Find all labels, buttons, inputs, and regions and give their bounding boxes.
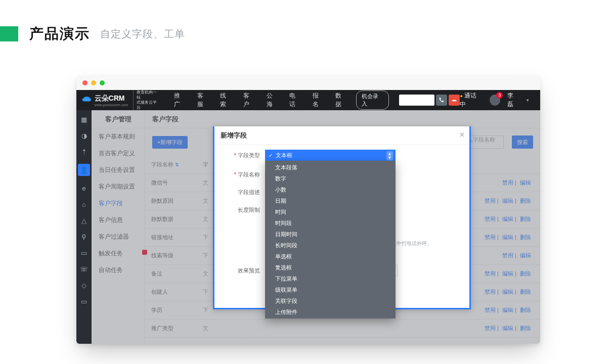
modal-form: 字段类型 ✓ 文本框 ▲▼ 文本段落数字小数日期时间时间段日期时间长时间段单选框… xyxy=(214,145,469,289)
dropdown-option[interactable]: 文本段落 xyxy=(265,162,396,173)
close-icon[interactable]: × xyxy=(460,130,464,140)
call-hangup-icon[interactable] xyxy=(449,95,460,106)
dropdown-option[interactable]: 日期 xyxy=(265,195,396,206)
label-field-type: 字段类型 xyxy=(227,150,265,159)
slide-header: 产品演示 自定义字段、工单 xyxy=(0,24,185,43)
modal-title: 新增字段 × xyxy=(214,126,469,145)
nav-data[interactable]: 数据 xyxy=(331,88,352,112)
window-min-dot[interactable] xyxy=(91,80,96,85)
global-search-input[interactable] xyxy=(399,95,434,106)
dropdown-option[interactable]: 长时间段 xyxy=(265,240,396,251)
rail-shield-icon[interactable]: ◑ xyxy=(80,131,88,140)
nav-service[interactable]: 客服 xyxy=(193,88,214,112)
rail-headset-icon[interactable]: ☏ xyxy=(80,265,88,273)
cloud-icon xyxy=(81,96,92,104)
field-type-dropdown: 文本段落数字小数日期时间时间段日期时间长时间段单选框复选框下拉菜单级联菜单关联字… xyxy=(265,161,396,318)
brand-tagline: 教育机构一站 式服务云平台 xyxy=(133,90,160,110)
check-icon: ✓ xyxy=(269,153,273,158)
slide-title: 产品演示 xyxy=(29,24,90,43)
top-nav: 推广 客服 线索 客户 公海 电话 报名 数据 xyxy=(169,88,352,112)
new-field-modal: 新增字段 × 字段类型 ✓ 文本框 ▲▼ 文本段落数字小数日期时间时间段日期时间… xyxy=(213,126,471,309)
status-dot-icon: ● xyxy=(460,94,462,99)
rail-user-icon[interactable]: 👤 xyxy=(78,164,90,176)
rail-chart-icon[interactable]: ⇡ xyxy=(80,148,88,156)
dropdown-option[interactable]: 数字 xyxy=(265,173,396,184)
call-status: ● 通话中 xyxy=(460,92,482,109)
app-window: 云朵CRM www.yunduocrm.com 教育机构一站 式服务云平台 推广… xyxy=(76,76,540,344)
dropdown-option[interactable]: 时间段 xyxy=(265,217,396,229)
field-type-select[interactable]: ✓ 文本框 ▲▼ 文本段落数字小数日期时间时间段日期时间长时间段单选框复选框下拉… xyxy=(265,150,457,161)
opportunity-pill[interactable]: 机会录入 xyxy=(356,90,389,110)
nav-sea[interactable]: 公海 xyxy=(262,88,283,112)
slide-subtitle: 自定义字段、工单 xyxy=(100,27,185,41)
window-close-dot[interactable] xyxy=(82,80,88,85)
brand-sub: CRM xyxy=(109,94,125,102)
accent-block xyxy=(0,26,18,41)
dropdown-option[interactable]: 小数 xyxy=(265,184,396,195)
dropdown-option[interactable]: 下拉菜单 xyxy=(265,273,396,284)
window-titlebar xyxy=(76,76,540,90)
label-field-desc: 字段描述 xyxy=(227,187,265,196)
window-max-dot[interactable] xyxy=(100,80,105,85)
dropdown-option[interactable]: 关联字段 xyxy=(265,295,396,306)
user-name[interactable]: 李磊 xyxy=(507,92,519,109)
rail-wave-icon[interactable]: e xyxy=(80,184,88,192)
label-field-name: 字段名称 xyxy=(227,169,265,178)
icon-rail: ▦ ◑ ⇡ 👤 e ⌂ △ ⚲ ▭ ☏ ◇ ▭ xyxy=(76,110,92,344)
global-search xyxy=(399,95,460,106)
rail-card-icon[interactable]: ▭ xyxy=(80,297,88,305)
rail-grid-icon[interactable]: ▦ xyxy=(80,115,88,123)
nav-customers[interactable]: 客户 xyxy=(239,88,260,112)
dropdown-option[interactable]: 复选框 xyxy=(265,262,396,273)
rail-doc-icon[interactable]: ▭ xyxy=(80,249,88,257)
chevron-down-icon[interactable]: ▾ xyxy=(527,98,529,103)
rail-home-icon[interactable]: ⌂ xyxy=(80,200,88,208)
selected-option: 文本框 xyxy=(276,152,292,159)
label-preview: 效果预览 xyxy=(227,265,265,275)
rail-triangle-icon[interactable]: △ xyxy=(80,216,88,224)
brand-url: www.yunduocrm.com xyxy=(95,103,128,107)
call-answer-icon[interactable] xyxy=(436,95,447,106)
rail-tag-icon[interactable]: ◇ xyxy=(80,281,88,289)
topbar-right: ● 通话中 3 李磊 ▾ xyxy=(460,92,536,109)
rail-search-user-icon[interactable]: ⚲ xyxy=(80,233,88,241)
dropdown-option[interactable]: 单选框 xyxy=(265,251,396,262)
nav-promo[interactable]: 推广 xyxy=(169,88,191,112)
nav-signup[interactable]: 报名 xyxy=(308,88,329,112)
brand-logo: 云朵CRM www.yunduocrm.com 教育机构一站 式服务云平台 xyxy=(80,90,165,110)
dropdown-option[interactable]: 日期时间 xyxy=(265,229,396,240)
nav-phone[interactable]: 电话 xyxy=(285,88,306,112)
dropdown-option[interactable]: 时间 xyxy=(265,206,396,217)
stepper-icon[interactable]: ▲▼ xyxy=(386,151,393,160)
notification-badge: 3 xyxy=(496,92,503,99)
dropdown-option[interactable]: 级联菜单 xyxy=(265,284,396,295)
app-topbar: 云朵CRM www.yunduocrm.com 教育机构一站 式服务云平台 推广… xyxy=(76,90,540,110)
label-field-limit: 长度限制 xyxy=(227,204,265,214)
user-avatar[interactable]: 3 xyxy=(490,95,501,106)
brand-main: 云朵 xyxy=(95,94,109,102)
dropdown-option[interactable]: 上传附件 xyxy=(265,306,396,317)
nav-leads[interactable]: 线索 xyxy=(215,88,237,112)
